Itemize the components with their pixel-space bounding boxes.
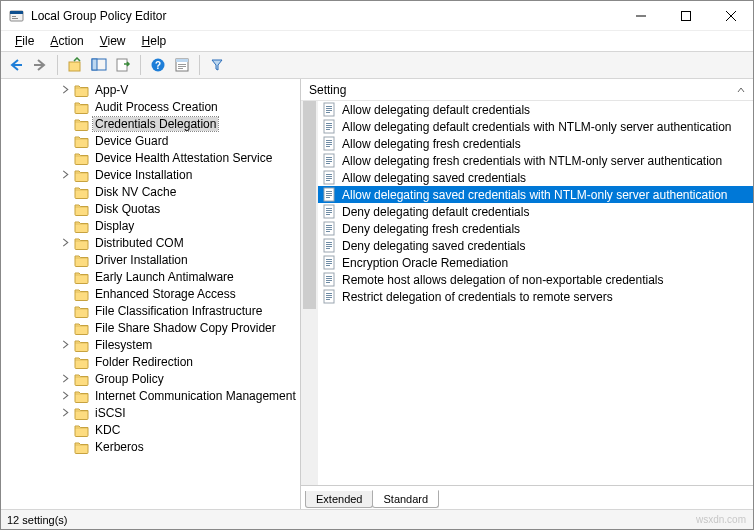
setting-item[interactable]: Allow delegating default credentials xyxy=(318,101,753,118)
setting-item[interactable]: Deny delegating saved credentials xyxy=(318,237,753,254)
export-list-button[interactable] xyxy=(112,54,134,76)
expand-toggle[interactable] xyxy=(59,237,71,249)
chevron-right-icon xyxy=(61,238,70,247)
expand-toggle[interactable] xyxy=(59,169,71,181)
tree-item[interactable]: Early Launch Antimalware xyxy=(59,268,300,285)
folder-icon xyxy=(74,235,90,251)
filter-icon xyxy=(209,57,225,73)
setting-item-label: Deny delegating fresh credentials xyxy=(342,222,520,236)
setting-item[interactable]: Remote host allows delegation of non-exp… xyxy=(318,271,753,288)
tree-item-label: Driver Installation xyxy=(93,253,190,267)
setting-item[interactable]: Deny delegating fresh credentials xyxy=(318,220,753,237)
tab-extended[interactable]: Extended xyxy=(305,491,373,508)
tab-standard[interactable]: Standard xyxy=(372,490,439,508)
tree-item-label: Folder Redirection xyxy=(93,355,195,369)
help-button[interactable] xyxy=(147,54,169,76)
tree-item[interactable]: Folder Redirection xyxy=(59,353,300,370)
tree-item[interactable]: Device Installation xyxy=(59,166,300,183)
tree-item[interactable]: Credentials Delegation xyxy=(59,115,300,132)
chevron-right-icon xyxy=(61,391,70,400)
up-one-level-button[interactable] xyxy=(64,54,86,76)
folder-icon xyxy=(74,167,90,183)
menu-view[interactable]: View xyxy=(92,32,134,50)
tree-item[interactable]: App-V xyxy=(59,81,300,98)
settings-list-scroll[interactable]: Allow delegating default credentialsAllo… xyxy=(318,101,753,485)
view-tabs: Extended Standard xyxy=(301,485,753,509)
tree-item[interactable]: KDC xyxy=(59,421,300,438)
show-hide-tree-button[interactable] xyxy=(88,54,110,76)
setting-item[interactable]: Deny delegating default credentials xyxy=(318,203,753,220)
setting-item[interactable]: Allow delegating fresh credentials with … xyxy=(318,152,753,169)
setting-item[interactable]: Allow delegating fresh credentials xyxy=(318,135,753,152)
tree-scroll[interactable]: App-VAudit Process CreationCredentials D… xyxy=(1,79,300,509)
tree-item[interactable]: Driver Installation xyxy=(59,251,300,268)
setting-item-label: Remote host allows delegation of non-exp… xyxy=(342,273,664,287)
tree-item[interactable]: Device Guard xyxy=(59,132,300,149)
menu-help[interactable]: Help xyxy=(134,32,175,50)
expand-toggle[interactable] xyxy=(59,407,71,419)
tree-item[interactable]: iSCSI xyxy=(59,404,300,421)
tree-item-label: Device Installation xyxy=(93,168,194,182)
tree-item[interactable]: Disk NV Cache xyxy=(59,183,300,200)
policy-icon xyxy=(322,136,338,152)
menu-action[interactable]: Action xyxy=(42,32,91,50)
setting-item-label: Allow delegating fresh credentials xyxy=(342,137,521,151)
expand-toggle[interactable] xyxy=(59,339,71,351)
policy-icon xyxy=(322,102,338,118)
tree-item[interactable]: File Classification Infrastructure xyxy=(59,302,300,319)
back-button[interactable] xyxy=(5,54,27,76)
tree-item[interactable]: Kerberos xyxy=(59,438,300,455)
expand-toggle xyxy=(59,288,71,300)
tree-item-label: File Classification Infrastructure xyxy=(93,304,264,318)
tree-item-label: Kerberos xyxy=(93,440,146,454)
properties-button[interactable] xyxy=(171,54,193,76)
tree-item[interactable]: Audit Process Creation xyxy=(59,98,300,115)
tree-item-label: Disk NV Cache xyxy=(93,185,178,199)
tree-item-label: Internet Communication Management xyxy=(93,389,298,403)
folder-icon xyxy=(74,133,90,149)
status-text: 12 setting(s) xyxy=(7,514,68,526)
forward-button[interactable] xyxy=(29,54,51,76)
tree-item[interactable]: Enhanced Storage Access xyxy=(59,285,300,302)
expand-toggle[interactable] xyxy=(59,373,71,385)
tree-item[interactable]: Internet Communication Management xyxy=(59,387,300,404)
tree-item-label: Display xyxy=(93,219,136,233)
setting-item-label: Deny delegating default credentials xyxy=(342,205,529,219)
tree-item[interactable]: Disk Quotas xyxy=(59,200,300,217)
folder-icon xyxy=(74,337,90,353)
minimize-button[interactable] xyxy=(618,1,663,30)
menu-file[interactable]: File xyxy=(7,32,42,50)
setting-item[interactable]: Allow delegating saved credentials with … xyxy=(318,186,753,203)
tree-item-label: Device Guard xyxy=(93,134,170,148)
expand-toggle xyxy=(59,441,71,453)
tree-item-label: Disk Quotas xyxy=(93,202,162,216)
tree-item[interactable]: Group Policy xyxy=(59,370,300,387)
tree-item[interactable]: Display xyxy=(59,217,300,234)
policy-icon xyxy=(322,272,338,288)
expand-toggle[interactable] xyxy=(59,84,71,96)
tree-item[interactable]: File Share Shadow Copy Provider xyxy=(59,319,300,336)
close-button[interactable] xyxy=(708,1,753,30)
chevron-right-icon xyxy=(61,374,70,383)
tree-item[interactable]: Distributed COM xyxy=(59,234,300,251)
settings-column-header[interactable]: Setting xyxy=(301,79,753,101)
setting-item[interactable]: Allow delegating default credentials wit… xyxy=(318,118,753,135)
setting-item[interactable]: Restrict delegation of credentials to re… xyxy=(318,288,753,305)
setting-item[interactable]: Allow delegating saved credentials xyxy=(318,169,753,186)
svg-rect-20 xyxy=(681,11,690,20)
tree-item-label: Distributed COM xyxy=(93,236,186,250)
properties-icon xyxy=(174,57,190,73)
filter-button[interactable] xyxy=(206,54,228,76)
expand-toggle[interactable] xyxy=(59,390,71,402)
folder-icon xyxy=(74,82,90,98)
policy-icon xyxy=(322,221,338,237)
vertical-scrollbar[interactable] xyxy=(301,101,318,485)
tree-item[interactable]: Filesystem xyxy=(59,336,300,353)
setting-item[interactable]: Encryption Oracle Remediation xyxy=(318,254,753,271)
tree-item[interactable]: Device Health Attestation Service xyxy=(59,149,300,166)
folder-icon xyxy=(74,371,90,387)
folder-icon xyxy=(74,116,90,132)
expand-toggle xyxy=(59,356,71,368)
maximize-button[interactable] xyxy=(663,1,708,30)
policy-icon xyxy=(322,170,338,186)
